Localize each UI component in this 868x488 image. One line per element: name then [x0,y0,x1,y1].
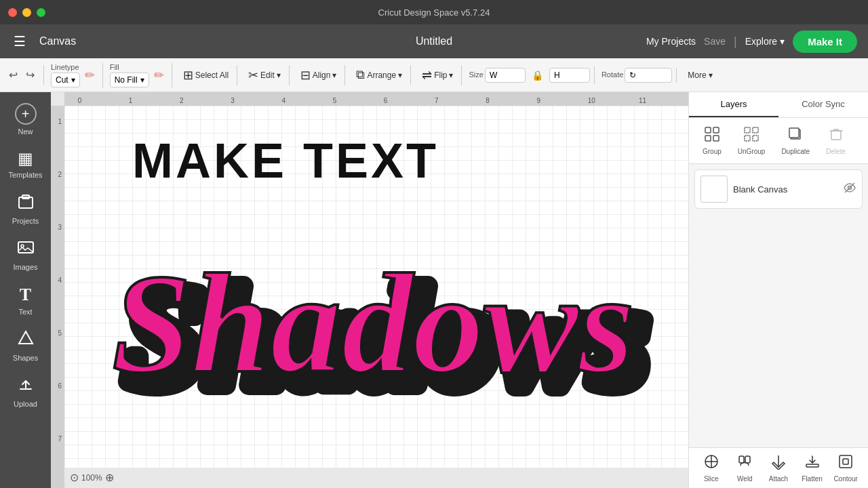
traffic-lights [8,8,45,17]
sidebar-item-new-label: New [18,127,33,136]
zoom-in-button[interactable]: ⊕ [105,471,114,484]
sidebar-item-projects[interactable]: Projects [3,187,49,230]
height-input[interactable]: H [549,68,590,83]
width-input[interactable]: W [485,68,526,83]
chevron-down-icon: ▾ [71,75,75,85]
ungroup-label: UnGroup [738,148,766,155]
sidebar-item-shapes-label: Shapes [13,354,38,362]
svg-rect-27 [843,459,848,464]
sidebar-item-templates[interactable]: ▦ Templates [3,144,49,184]
more-button[interactable]: More ▾ [684,68,716,83]
svg-rect-11 [745,127,750,133]
fill-color-btn[interactable]: ✏ [151,64,167,86]
fill-dropdown[interactable]: No Fill ▾ [110,73,149,87]
flatten-action[interactable]: Flatten [798,453,827,483]
svg-rect-25 [806,464,818,467]
delete-label: Delete [826,148,846,155]
shapes-icon [17,329,35,351]
rotate-input[interactable]: ↻ [625,68,672,83]
hamburger-menu[interactable]: ☰ [11,30,28,52]
svg-rect-17 [831,131,841,140]
undo-redo-group: ↩ ↪ [5,65,44,85]
weld-icon [736,453,753,473]
align-button[interactable]: ⊟ Align ▾ [296,65,341,85]
toolbar-right: My Projects Save | Explore ▾ Make It [646,30,857,53]
close-button[interactable] [8,8,17,17]
tab-color-sync[interactable]: Color Sync [778,92,868,117]
tab-layers[interactable]: Layers [689,92,778,117]
svg-rect-24 [745,456,750,463]
attach-action[interactable]: Attach [764,453,793,483]
fill-label: Fill [110,63,149,71]
main-content: + New ▦ Templates Projects [0,92,868,488]
zoom-level: 100% [81,473,102,483]
select-all-button[interactable]: ⊞ Select All [179,65,233,85]
sidebar-item-new[interactable]: + New [3,98,49,141]
chevron-down-icon: ▾ [709,70,713,80]
zoom-target-button[interactable]: ⊙ [70,471,79,484]
delete-action[interactable]: Delete [821,123,851,158]
sidebar-item-upload[interactable]: Upload [3,370,49,413]
group-label: Group [703,148,722,155]
svg-rect-23 [739,456,744,463]
duplicate-icon [787,126,804,146]
select-all-section: ⊞ Select All [175,65,237,85]
arrange-section: ⧉ Arrange ▾ [348,65,411,85]
sidebar-item-shapes[interactable]: Shapes [3,324,49,367]
flip-button[interactable]: ⇌ Flip ▾ [418,65,457,85]
eye-icon[interactable] [843,181,856,197]
panel-content: Blank Canvas [689,164,868,447]
weld-action[interactable]: Weld [731,453,760,483]
explore-button[interactable]: Explore ▾ [745,36,785,47]
my-projects-button[interactable]: My Projects [646,36,696,47]
sidebar-item-templates-label: Templates [8,171,42,179]
maximize-button[interactable] [37,8,45,17]
svg-rect-2 [18,242,33,253]
svg-rect-14 [753,136,758,141]
upload-icon [17,375,35,397]
canvas-thumb [701,176,728,203]
make-text-heading: MAKE TEXT [132,133,439,188]
chevron-down-icon: ▾ [398,70,402,80]
lock-icon[interactable]: 🔒 [528,66,547,84]
make-it-button[interactable]: Make It [793,30,857,53]
minimize-button[interactable] [22,8,31,17]
flatten-icon [804,453,821,473]
slice-action[interactable]: Slice [697,453,726,483]
document-title: Untitled [416,35,452,47]
chevron-down-icon: ▾ [277,70,281,80]
align-section: ⊟ Align ▾ [292,65,346,85]
templates-icon: ▦ [18,149,33,168]
arrange-button[interactable]: ⧉ Arrange ▾ [352,65,406,85]
right-panel: Layers Color Sync Group [688,92,868,488]
group-action[interactable]: Group [697,123,727,158]
svg-rect-8 [713,127,719,133]
linetype-dropdown[interactable]: Cut ▾ [51,73,80,87]
main-toolbar: ☰ Canvas Untitled My Projects Save | Exp… [0,24,868,58]
duplicate-action[interactable]: Duplicate [776,123,815,158]
shadows-svg: Shadows Shadows [92,195,661,412]
save-button[interactable]: Save [704,36,726,47]
chevron-down-icon: ▾ [780,36,785,47]
contour-icon [837,453,854,473]
rotate-section: Rotate ↻ [597,68,677,83]
sidebar-item-images-label: Images [13,263,37,271]
weld-label: Weld [737,475,753,483]
svg-text:Shadows: Shadows [112,245,634,402]
edit-button[interactable]: ✂ Edit ▾ [244,65,285,85]
ruler-top: 0 1 2 3 4 5 6 7 8 9 10 11 [64,92,688,106]
canvas-area[interactable]: 0 1 2 3 4 5 6 7 8 9 10 11 1 2 3 4 5 6 7 [51,92,688,488]
sidebar-item-text[interactable]: T Text [3,279,49,321]
undo-button[interactable]: ↩ [5,65,21,85]
linetype-color-btn[interactable]: ✏ [81,64,98,86]
size-label: Size [469,70,483,79]
images-icon [17,239,35,260]
canvas-item-label: Blank Canvas [733,184,787,195]
ungroup-action[interactable]: UnGroup [732,123,771,158]
new-icon: + [15,103,37,125]
sidebar-item-projects-label: Projects [12,217,39,225]
contour-action[interactable]: Contour [831,453,860,483]
sidebar-item-images[interactable]: Images [3,233,49,277]
redo-button[interactable]: ↪ [22,65,38,85]
sub-toolbar: ↩ ↪ Linetype Cut ▾ ✏ Fill No Fill ▾ ✏ ⊞ … [0,58,868,92]
